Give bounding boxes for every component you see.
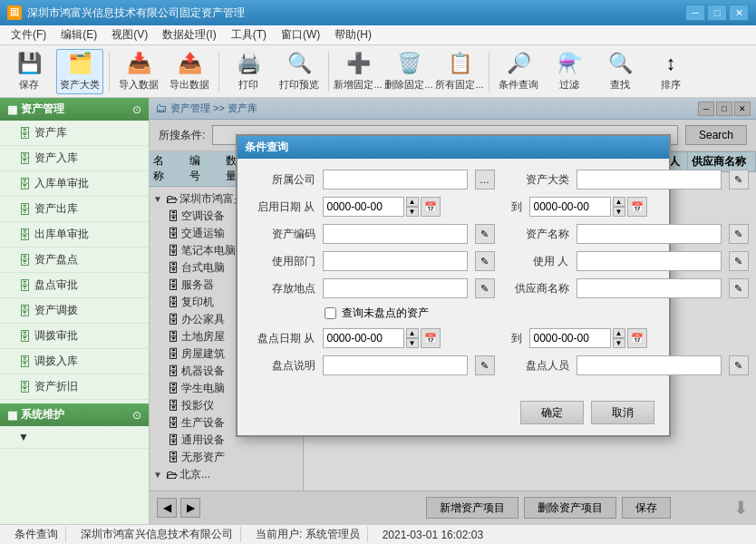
enddate-input[interactable]: 0000-00-00 <box>529 197 611 217</box>
toolbar-print-preview[interactable]: 🔍 打印预览 <box>276 49 323 94</box>
toolbar-import[interactable]: 📥 导入数据 <box>115 49 162 94</box>
modal-row-2: 启用日期 从 0000-00-00 ▲ ▼ 📅 <box>252 197 654 224</box>
condition-query-icon: 🔎 <box>504 52 533 76</box>
assetname-input[interactable] <box>577 224 722 244</box>
toolbar-print[interactable]: 🖨️ 打印 <box>225 49 272 94</box>
sidebar-item-asset-depreciation[interactable]: 🗄 资产折旧 <box>0 374 149 400</box>
modal-overlay: 条件查询 所属公司 … <box>150 98 756 524</box>
modal-col-user: 使用 人 ✎ <box>506 251 749 278</box>
startdate-down-button[interactable]: ▼ <box>406 207 419 217</box>
sidebar-section-asset-management[interactable]: ▦ 资产管理 ⊙ <box>0 98 149 121</box>
location-select-button[interactable]: ✎ <box>475 278 495 298</box>
sidebar-section-system[interactable]: ▦ 系统维护 ⊙ <box>0 403 149 426</box>
countdatefrom-calendar-button[interactable]: 📅 <box>421 328 441 348</box>
startdate-calendar-button[interactable]: 📅 <box>421 197 441 217</box>
countdateto-input[interactable]: 0000-00-00 <box>529 328 611 348</box>
toolbar-filter[interactable]: ⚗️ 过滤 <box>546 49 593 94</box>
toolbar-add-asset[interactable]: ➕ 新增固定... <box>334 49 382 94</box>
countdesc-select-button[interactable]: ✎ <box>475 355 495 375</box>
sidebar-asset-transfer-label: 资产调拨 <box>34 303 78 318</box>
sidebar-sys-expand[interactable]: ▼ <box>0 426 149 449</box>
countperson-select-button[interactable]: ✎ <box>729 355 749 375</box>
user-row: 使用 人 ✎ <box>506 251 749 271</box>
sidebar-item-transfer-audit[interactable]: 🗄 调拨审批 <box>0 324 149 349</box>
toolbar-delete-asset[interactable]: 🗑️ 删除固定... <box>385 49 432 94</box>
supplier-select-button[interactable]: ✎ <box>729 278 749 298</box>
toolbar-export[interactable]: 📤 导出数据 <box>166 49 213 94</box>
countperson-input[interactable] <box>577 355 722 375</box>
menu-view[interactable]: 视图(V) <box>104 25 155 44</box>
location-input[interactable] <box>323 278 468 298</box>
modal-row-4: 使用部门 ✎ 使用 人 ✎ <box>252 251 654 278</box>
toolbar-condition-query[interactable]: 🔎 条件查询 <box>495 49 542 94</box>
menu-help[interactable]: 帮助(H) <box>327 25 379 44</box>
modal-ok-button[interactable]: 确定 <box>520 401 584 424</box>
menu-window[interactable]: 窗口(W) <box>274 25 327 44</box>
countdatefrom-row: 盘点日期 从 0000-00-00 ▲ ▼ 📅 <box>252 328 448 348</box>
countdesc-input[interactable] <box>323 355 468 375</box>
minimize-button[interactable]: ─ <box>685 5 705 21</box>
modal-footer: 确定 取消 <box>237 393 669 435</box>
startdate-input[interactable]: 0000-00-00 <box>323 197 404 217</box>
category-input[interactable] <box>577 170 722 189</box>
modal-col-enddate: 到 0000-00-00 ▲ ▼ 📅 <box>459 197 654 224</box>
sidebar-item-transfer-in[interactable]: 🗄 调拨入库 <box>0 349 149 374</box>
modal-col-supplier: 供应商名称 ✎ <box>506 278 749 306</box>
menu-edit[interactable]: 编辑(E) <box>53 25 104 44</box>
sidebar-item-asset-transfer[interactable]: 🗄 资产调拨 <box>0 298 149 324</box>
assetname-select-button[interactable]: ✎ <box>729 224 749 244</box>
assetcode-select-button[interactable]: ✎ <box>475 224 495 244</box>
toolbar-asset-category[interactable]: 🗂️ 资产大类 <box>56 49 103 94</box>
toolbar-search-tool[interactable]: 🔍 查找 <box>596 49 644 94</box>
startdate-up-button[interactable]: ▲ <box>406 197 419 207</box>
menu-file[interactable]: 文件(F) <box>4 25 53 44</box>
search-tool-icon: 🔍 <box>606 52 635 76</box>
asset-warehouse-icon: 🗄 <box>18 126 31 141</box>
enddate-down-button[interactable]: ▼ <box>613 207 625 217</box>
sidebar-item-asset-out[interactable]: 🗄 资产出库 <box>0 197 149 222</box>
countdatefrom-up-button[interactable]: ▲ <box>406 328 419 338</box>
sidebar-item-out-audit[interactable]: 🗄 出库单审批 <box>0 222 149 248</box>
company-select-button[interactable]: … <box>475 170 495 189</box>
sidebar-item-asset-count[interactable]: 🗄 资产盘点 <box>0 248 149 273</box>
supplier-input[interactable] <box>577 278 722 298</box>
menu-tools[interactable]: 工具(T) <box>224 25 274 44</box>
dept-input[interactable] <box>323 251 468 271</box>
modal-col-countperson: 盘点人员 ✎ <box>506 355 749 383</box>
uncount-checkbox[interactable] <box>325 307 336 319</box>
toolbar-save[interactable]: 💾 保存 <box>5 49 53 94</box>
sidebar-item-asset-warehouse[interactable]: 🗄 资产库 <box>0 121 149 146</box>
user-select-button[interactable]: ✎ <box>729 251 749 271</box>
user-input[interactable] <box>577 251 722 271</box>
close-button[interactable]: ✕ <box>729 5 749 21</box>
dept-select-button[interactable]: ✎ <box>475 251 495 271</box>
enddate-calendar-button[interactable]: 📅 <box>627 197 647 217</box>
menu-data[interactable]: 数据处理(I) <box>155 25 223 44</box>
print-icon: 🖨️ <box>234 52 263 76</box>
countdateto-down-button[interactable]: ▼ <box>613 338 625 348</box>
modal-row-3: 资产编码 ✎ 资产名称 ✎ <box>252 224 654 251</box>
asset-count-icon: 🗄 <box>18 253 31 267</box>
enddate-row: 到 0000-00-00 ▲ ▼ 📅 <box>459 197 654 217</box>
assetcode-input[interactable] <box>323 224 468 244</box>
company-input[interactable] <box>323 170 468 189</box>
toolbar-all-assets[interactable]: 📋 所有固定... <box>436 49 483 94</box>
toolbar-sort[interactable]: ↕️ 排序 <box>647 49 694 94</box>
maximize-button[interactable]: □ <box>707 5 727 21</box>
enddate-up-button[interactable]: ▲ <box>613 197 625 207</box>
modal-col-dept: 使用部门 ✎ <box>252 251 495 278</box>
countdatefrom-input-group: 0000-00-00 ▲ ▼ 📅 <box>323 328 441 348</box>
category-select-button[interactable]: ✎ <box>729 170 749 189</box>
countdateto-calendar-button[interactable]: 📅 <box>627 328 647 348</box>
sidebar-item-in-audit[interactable]: 🗄 入库单审批 <box>0 171 149 197</box>
in-audit-icon: 🗄 <box>18 177 31 191</box>
modal-cancel-button[interactable]: 取消 <box>591 401 654 424</box>
countdateto-up-button[interactable]: ▲ <box>613 328 625 338</box>
modal-col-assetname: 资产名称 ✎ <box>506 224 749 251</box>
countdatefrom-down-button[interactable]: ▼ <box>406 338 419 348</box>
title-controls: ─ □ ✕ <box>685 5 749 21</box>
countdatefrom-input[interactable]: 0000-00-00 <box>323 328 404 348</box>
sidebar-item-asset-in[interactable]: 🗄 资产入库 <box>0 146 149 171</box>
sidebar-item-count-audit[interactable]: 🗄 盘点审批 <box>0 273 149 298</box>
modal-col-assetcode: 资产编码 ✎ <box>252 224 495 251</box>
